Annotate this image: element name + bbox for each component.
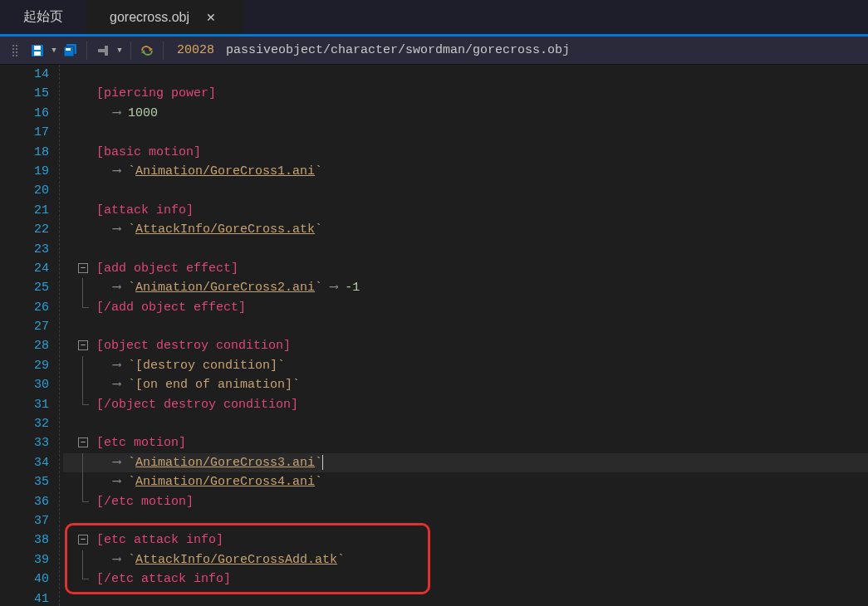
code-line: [basic motion] bbox=[63, 143, 868, 162]
svg-point-7 bbox=[16, 55, 17, 56]
svg-point-3 bbox=[16, 48, 17, 50]
line-number: 31 bbox=[0, 395, 49, 414]
line-number: 35 bbox=[0, 472, 49, 491]
code-line: ⟶ `Animation/GoreCross3.ani` bbox=[63, 453, 868, 472]
svg-point-1 bbox=[16, 45, 17, 46]
line-number: 38 bbox=[0, 530, 49, 550]
code-line: −[object destroy condition] bbox=[63, 336, 868, 355]
code-line: −[etc attack info] bbox=[63, 530, 868, 550]
code-line: [piercing power] bbox=[63, 84, 868, 103]
line-number: 17 bbox=[0, 123, 49, 142]
grip-icon[interactable] bbox=[5, 40, 27, 61]
code-line: ⟶ `Animation/GoreCross1.ani` bbox=[63, 162, 868, 181]
separator bbox=[130, 42, 131, 60]
editor[interactable]: 14 15 16 17 18 19 20 21 22 23 24 25 26 2… bbox=[0, 65, 868, 606]
code-line: [attack info] bbox=[63, 201, 868, 220]
code-area[interactable]: [piercing power] ⟶ 1000 [basic motion] ⟶… bbox=[60, 65, 868, 606]
code-line: ⟶ `[on end of animation]` bbox=[63, 375, 868, 394]
code-line: [/object destroy condition] bbox=[63, 395, 868, 414]
svg-rect-13 bbox=[66, 48, 71, 51]
svg-point-6 bbox=[12, 55, 14, 56]
line-number: 24 bbox=[0, 259, 49, 278]
code-line bbox=[63, 511, 868, 530]
fold-toggle[interactable]: − bbox=[78, 535, 88, 545]
code-line: ⟶ 1000 bbox=[63, 104, 868, 123]
svg-point-5 bbox=[16, 51, 17, 53]
line-number: 14 bbox=[0, 65, 49, 84]
line-number: 23 bbox=[0, 240, 49, 259]
toolbar-number: 20028 bbox=[169, 43, 223, 57]
line-number: 30 bbox=[0, 375, 49, 394]
line-number: 32 bbox=[0, 414, 49, 433]
tab-file[interactable]: gorecross.obj ✕ bbox=[86, 0, 243, 34]
code-line bbox=[63, 317, 868, 336]
save-all-icon[interactable] bbox=[60, 40, 81, 61]
fold-toggle[interactable]: − bbox=[78, 263, 88, 273]
code-line: ⟶ `AttackInfo/GoreCross.atk` bbox=[63, 220, 868, 239]
line-number: 18 bbox=[0, 143, 49, 162]
line-number: 34 bbox=[0, 453, 49, 472]
fold-toggle[interactable]: − bbox=[78, 437, 88, 447]
code-line bbox=[63, 181, 868, 200]
line-gutter: 14 15 16 17 18 19 20 21 22 23 24 25 26 2… bbox=[0, 65, 60, 606]
svg-point-0 bbox=[12, 45, 14, 46]
code-line: −[etc motion] bbox=[63, 433, 868, 452]
code-line: [/etc attack info] bbox=[63, 569, 868, 589]
tab-start[interactable]: 起始页 bbox=[0, 0, 86, 34]
tab-start-label: 起始页 bbox=[23, 8, 63, 26]
svg-rect-10 bbox=[34, 51, 41, 56]
code-line: [/add object effect] bbox=[63, 298, 868, 317]
code-line: −[add object effect] bbox=[63, 259, 868, 278]
fold-toggle[interactable]: − bbox=[78, 340, 88, 350]
tool-icon[interactable] bbox=[92, 40, 114, 61]
close-icon[interactable]: ✕ bbox=[203, 11, 219, 24]
line-number: 22 bbox=[0, 220, 49, 239]
separator bbox=[163, 42, 164, 60]
line-number: 39 bbox=[0, 550, 49, 569]
line-number: 41 bbox=[0, 589, 49, 606]
save-dropdown-icon[interactable]: ▼ bbox=[48, 46, 60, 55]
tab-file-label: gorecross.obj bbox=[110, 10, 189, 25]
tool-dropdown-icon[interactable]: ▼ bbox=[114, 46, 125, 55]
line-number: 20 bbox=[0, 181, 49, 200]
toolbar-path: passiveobject/character/swordman/gorecro… bbox=[223, 43, 573, 57]
line-number: 36 bbox=[0, 492, 49, 511]
code-line: ⟶ `[destroy condition]` bbox=[63, 356, 868, 375]
code-line bbox=[63, 123, 868, 142]
line-number: 19 bbox=[0, 162, 49, 181]
line-number: 27 bbox=[0, 317, 49, 336]
code-line bbox=[63, 240, 868, 259]
code-line: [/etc motion] bbox=[63, 492, 868, 511]
line-number: 15 bbox=[0, 84, 49, 103]
separator bbox=[86, 42, 87, 60]
svg-rect-12 bbox=[64, 46, 74, 56]
line-number: 26 bbox=[0, 298, 49, 317]
code-line: ⟶ `Animation/GoreCross4.ani` bbox=[63, 472, 868, 491]
line-number: 33 bbox=[0, 433, 49, 452]
svg-point-2 bbox=[12, 48, 14, 50]
tab-bar: 起始页 gorecross.obj ✕ bbox=[0, 0, 868, 37]
toolbar: ▼ ▼ 20028 passiveobject/character/swordm… bbox=[0, 37, 868, 65]
svg-rect-9 bbox=[34, 46, 41, 50]
line-number: 29 bbox=[0, 356, 49, 375]
sync-icon[interactable] bbox=[136, 40, 158, 61]
save-icon[interactable] bbox=[27, 40, 48, 61]
line-number: 21 bbox=[0, 201, 49, 220]
code-line: ⟶ `Animation/GoreCross2.ani` ⟶ -1 bbox=[63, 278, 868, 297]
line-number: 37 bbox=[0, 511, 49, 530]
line-number: 28 bbox=[0, 336, 49, 355]
text-cursor bbox=[322, 455, 323, 470]
code-line bbox=[63, 414, 868, 433]
line-number: 40 bbox=[0, 569, 49, 589]
line-number: 16 bbox=[0, 104, 49, 123]
code-line: ⟶ `AttackInfo/GoreCrossAdd.atk` bbox=[63, 550, 868, 569]
code-line bbox=[63, 589, 868, 606]
code-line bbox=[63, 65, 868, 84]
line-number: 25 bbox=[0, 278, 49, 297]
svg-point-4 bbox=[12, 51, 14, 53]
svg-rect-15 bbox=[105, 46, 108, 56]
